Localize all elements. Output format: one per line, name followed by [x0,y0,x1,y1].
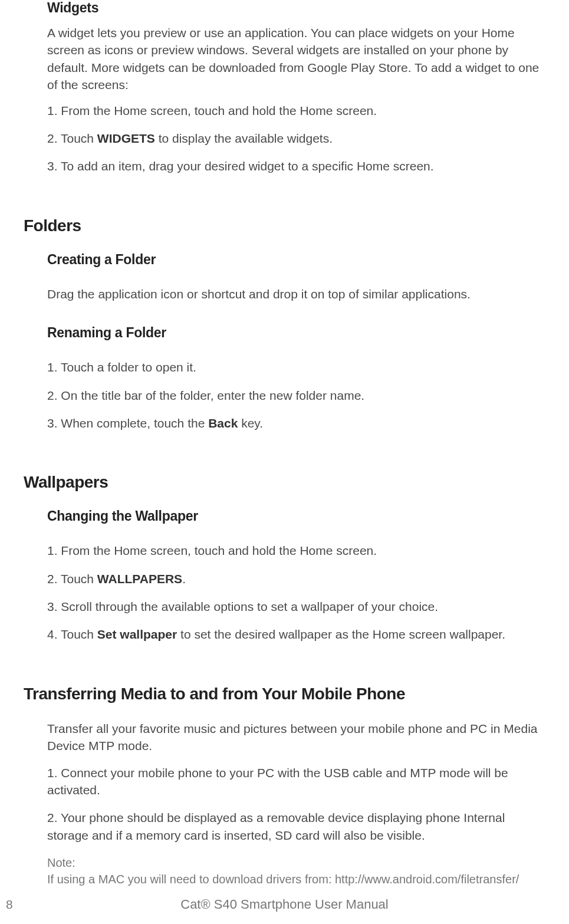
wallpaper-step2-suffix: . [182,572,186,586]
transferring-step1: 1. Connect your mobile phone to your PC … [47,764,545,799]
wallpaper-step2-bold: WALLPAPERS [97,572,182,586]
wallpaper-step1: 1. From the Home screen, touch and hold … [47,542,545,559]
widgets-step1: 1. From the Home screen, touch and hold … [47,102,545,119]
renaming-folder-heading: Renaming a Folder [47,325,545,341]
creating-folder-text: Drag the application icon or shortcut an… [47,285,545,302]
wallpaper-step4-suffix: to set the desired wallpaper as the Home… [177,627,505,641]
widgets-step2-suffix: to display the available widgets. [155,131,333,145]
wallpaper-step3: 3. Scroll through the available options … [47,598,545,615]
widgets-heading: Widgets [47,0,545,16]
renaming-step2: 2. On the title bar of the folder, enter… [47,387,545,404]
widgets-step3: 3. To add an item, drag your desired wid… [47,157,545,175]
renaming-step3-suffix: key. [238,416,263,430]
widgets-intro: A widget lets you preview or use an appl… [47,24,545,94]
wallpaper-step2-prefix: 2. Touch [47,572,97,586]
note-label: Note: [47,854,545,871]
wallpaper-step4-prefix: 4. Touch [47,627,97,641]
wallpaper-step4-bold: Set wallpaper [97,627,177,641]
wallpaper-step4: 4. Touch Set wallpaper to set the desire… [47,626,545,643]
wallpaper-step2: 2. Touch WALLPAPERS. [47,570,545,587]
creating-folder-heading: Creating a Folder [47,252,545,268]
renaming-step3: 3. When complete, touch the Back key. [47,415,545,432]
widgets-step2-prefix: 2. Touch [47,131,97,145]
transferring-heading: Transferring Media to and from Your Mobi… [24,685,545,703]
renaming-step3-prefix: 3. When complete, touch the [47,416,208,430]
renaming-step3-bold: Back [208,416,238,430]
widgets-step2-bold: WIDGETS [97,131,155,145]
renaming-step1: 1. Touch a folder to open it. [47,359,545,376]
page-number: 8 [6,897,13,912]
transferring-intro: Transfer all your favorite music and pic… [47,720,545,755]
footer-title: Cat® S40 Smartphone User Manual [0,897,569,912]
note-text: If using a MAC you will need to download… [47,871,545,887]
page-footer: 8 Cat® S40 Smartphone User Manual [0,897,569,912]
widgets-step2: 2. Touch WIDGETS to display the availabl… [47,130,545,147]
folders-heading: Folders [24,216,545,235]
wallpapers-heading: Wallpapers [24,473,545,492]
changing-wallpaper-heading: Changing the Wallpaper [47,508,545,524]
transferring-step2: 2. Your phone should be displayed as a r… [47,809,545,844]
